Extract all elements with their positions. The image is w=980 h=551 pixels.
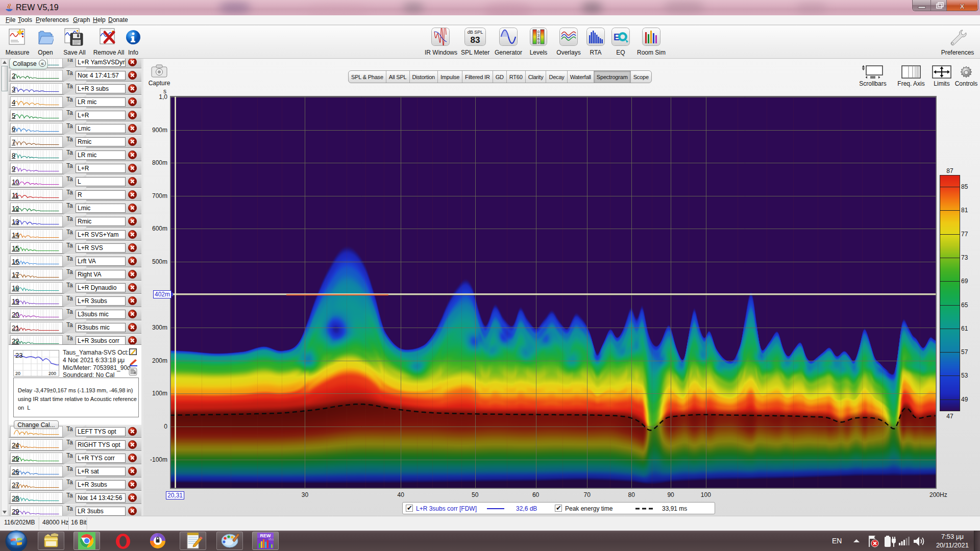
svg-text:dB SPL: dB SPL — [468, 30, 483, 35]
svg-text:20: 20 — [15, 371, 20, 376]
svg-text:x: x — [960, 1, 965, 11]
svg-text:200: 200 — [48, 371, 56, 376]
svg-text:V5.1: V5.1 — [268, 538, 274, 541]
svg-text:83: 83 — [471, 35, 480, 45]
svg-text:3: 3 — [537, 34, 540, 37]
svg-text:9: 9 — [537, 41, 540, 44]
svg-text:0: 0 — [537, 30, 540, 34]
svg-text:6: 6 — [537, 37, 540, 41]
